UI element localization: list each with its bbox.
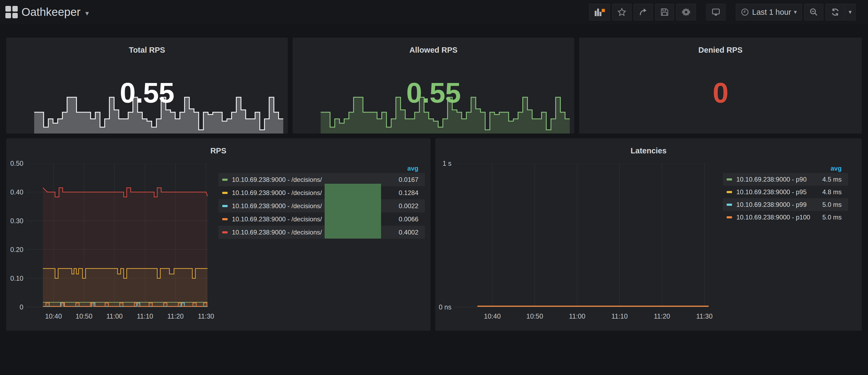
chevron-down-icon: ▾ bbox=[85, 9, 89, 18]
series-color-swatch[interactable] bbox=[222, 218, 228, 220]
legend: avg10.10.69.238:9000 - /decisions/0.0167… bbox=[218, 164, 425, 239]
panel-title[interactable]: Total RPS bbox=[6, 46, 288, 55]
legend-avg-header[interactable]: avg bbox=[218, 164, 425, 173]
legend-row[interactable]: 10.10.69.238:9000 - /decisions/0.0167 bbox=[218, 173, 425, 186]
add-panel-button[interactable] bbox=[589, 4, 610, 21]
chevron-down-icon: ▾ bbox=[849, 9, 851, 15]
legend-row[interactable]: 10.10.69.238:9000 - /decisions/0.4002 bbox=[218, 226, 425, 239]
x-axis-tick: 11:30 bbox=[190, 312, 222, 320]
x-axis-tick: 11:30 bbox=[688, 312, 720, 320]
zoom-out-button[interactable] bbox=[804, 4, 824, 21]
panel-title[interactable]: Denied RPS bbox=[579, 46, 862, 55]
refresh-icon bbox=[831, 7, 840, 17]
x-axis-tick: 11:10 bbox=[129, 312, 161, 320]
save-icon bbox=[660, 8, 669, 17]
refresh-button[interactable] bbox=[826, 4, 845, 21]
time-range-label: Last 1 hour bbox=[752, 8, 791, 17]
legend-row[interactable]: 10.10.69.238:9000 - /decisions/0.0022 bbox=[218, 199, 425, 213]
legend-row[interactable]: 10.10.69.238:9000 - p1005.0 ms bbox=[723, 211, 848, 223]
y-axis-tick: 0 bbox=[6, 303, 23, 311]
dashboard-title[interactable]: Oathkeeper ▾ bbox=[22, 0, 89, 24]
legend-row[interactable]: 10.10.69.238:9000 - p954.8 ms bbox=[723, 186, 848, 198]
time-range-picker[interactable]: Last 1 hour ▾ bbox=[736, 4, 802, 21]
panel-title[interactable]: Latencies bbox=[435, 147, 862, 155]
y-axis-tick: 1 s bbox=[435, 159, 452, 167]
add-panel-icon bbox=[594, 7, 605, 17]
series-label[interactable]: 10.10.69.238:9000 - p99 bbox=[736, 201, 807, 209]
dashboard-title-text: Oathkeeper bbox=[22, 6, 80, 19]
series-color-swatch[interactable] bbox=[222, 205, 228, 207]
panel-denied-rps: Denied RPS 0 bbox=[579, 38, 862, 133]
panel-total-rps: Total RPS 0.55 bbox=[6, 38, 288, 133]
star-button[interactable] bbox=[612, 4, 631, 21]
y-axis-tick: 0.50 bbox=[6, 159, 23, 167]
series-avg-value: 4.5 ms bbox=[817, 176, 842, 183]
y-axis-tick: 0.10 bbox=[6, 274, 23, 282]
gear-icon bbox=[681, 7, 691, 17]
series-color-swatch[interactable] bbox=[727, 178, 732, 181]
series-label[interactable]: 10.10.69.238:9000 - p90 bbox=[736, 176, 807, 183]
y-axis-tick: 0 ns bbox=[435, 303, 452, 311]
panel-latencies-graph: Latencies 1 s0 ns10:4010:5011:0011:1011:… bbox=[435, 138, 862, 331]
toolbar: Last 1 hour ▾ ▾ bbox=[589, 4, 856, 21]
x-axis-tick: 11:00 bbox=[98, 312, 131, 320]
x-axis-tick: 10:50 bbox=[519, 312, 551, 320]
x-axis-tick: 11:00 bbox=[561, 312, 593, 320]
panel-title[interactable]: Allowed RPS bbox=[293, 46, 574, 55]
y-axis-tick: 0.20 bbox=[6, 246, 23, 254]
chevron-down-icon: ▾ bbox=[794, 9, 797, 15]
dashboard-menu-icon[interactable] bbox=[5, 6, 18, 18]
legend: avg10.10.69.238:9000 - p904.5 ms10.10.69… bbox=[723, 164, 848, 223]
series-avg-value: 0.1284 bbox=[394, 189, 418, 197]
series-label[interactable]: 10.10.69.238:9000 - /decisions/ bbox=[232, 176, 322, 184]
series-label[interactable]: 10.10.69.238:9000 - /decisions/ bbox=[232, 228, 322, 236]
sparkline bbox=[295, 95, 571, 133]
x-axis-tick: 10:50 bbox=[68, 312, 100, 320]
series-avg-value: 4.8 ms bbox=[817, 188, 842, 196]
legend-row[interactable]: 10.10.69.238:9000 - p904.5 ms bbox=[723, 173, 848, 186]
share-icon bbox=[639, 7, 648, 17]
series-avg-value: 0.0066 bbox=[394, 215, 418, 223]
series-color-swatch[interactable] bbox=[222, 179, 228, 181]
series-label[interactable]: 10.10.69.238:9000 - /decisions/ bbox=[232, 189, 322, 197]
legend-row[interactable]: 10.10.69.238:9000 - /decisions/0.0066 bbox=[218, 213, 425, 226]
series-color-swatch[interactable] bbox=[727, 191, 732, 193]
stat-value: 0 bbox=[579, 75, 862, 110]
series-label[interactable]: 10.10.69.238:9000 - p95 bbox=[736, 188, 807, 196]
x-axis-tick: 10:40 bbox=[37, 312, 70, 320]
x-axis-tick: 11:10 bbox=[603, 312, 636, 320]
plot-area[interactable] bbox=[26, 163, 209, 307]
refresh-interval-dropdown[interactable]: ▾ bbox=[845, 4, 856, 21]
cycle-view-button[interactable] bbox=[706, 4, 725, 21]
zoom-out-icon bbox=[809, 7, 818, 17]
series-color-swatch[interactable] bbox=[222, 192, 228, 194]
series-label[interactable]: 10.10.69.238:9000 - /decisions/ bbox=[232, 202, 322, 210]
plot-area[interactable] bbox=[454, 163, 709, 307]
settings-button[interactable] bbox=[676, 4, 696, 21]
legend-avg-header[interactable]: avg bbox=[723, 164, 848, 173]
panel-title[interactable]: RPS bbox=[6, 147, 431, 155]
series-avg-value: 0.0022 bbox=[394, 202, 418, 210]
star-icon bbox=[617, 7, 626, 17]
series-avg-value: 5.0 ms bbox=[817, 214, 842, 221]
clock-icon bbox=[741, 8, 749, 16]
sparkline bbox=[9, 95, 285, 133]
legend-row[interactable]: 10.10.69.238:9000 - /decisions/0.1284 bbox=[218, 186, 425, 199]
series-avg-value: 0.4002 bbox=[394, 228, 418, 236]
x-axis-tick: 11:20 bbox=[159, 312, 192, 320]
panel-allowed-rps: Allowed RPS 0.55 bbox=[293, 38, 574, 133]
series-label[interactable]: 10.10.69.238:9000 - /decisions/ bbox=[232, 215, 322, 223]
y-axis-tick: 0.40 bbox=[6, 188, 23, 196]
save-button[interactable] bbox=[655, 4, 674, 21]
top-nav-bar: Oathkeeper ▾ bbox=[0, 0, 868, 24]
green-overlay-box bbox=[324, 184, 381, 239]
tv-icon bbox=[711, 7, 720, 17]
legend-row[interactable]: 10.10.69.238:9000 - p995.0 ms bbox=[723, 198, 848, 211]
share-button[interactable] bbox=[634, 4, 653, 21]
series-color-swatch[interactable] bbox=[222, 231, 228, 233]
x-axis-tick: 11:20 bbox=[646, 312, 678, 320]
x-axis-tick: 10:40 bbox=[476, 312, 508, 320]
series-label[interactable]: 10.10.69.238:9000 - p100 bbox=[736, 214, 810, 221]
series-color-swatch[interactable] bbox=[727, 204, 732, 206]
series-color-swatch[interactable] bbox=[727, 216, 732, 218]
